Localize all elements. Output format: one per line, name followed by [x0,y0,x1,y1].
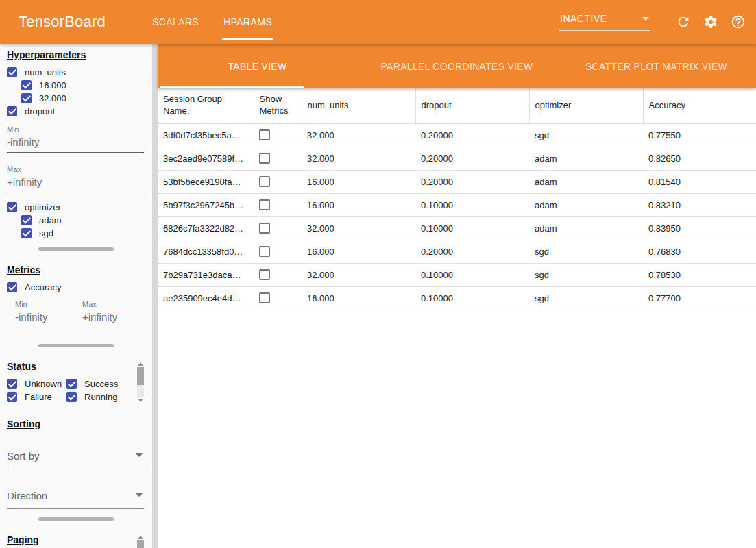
dropout-checkbox[interactable] [7,106,17,116]
hyperparameters-panel: Hyperparameters num_units 16.000 32.000 … [0,44,152,239]
tab-scalars[interactable]: SCALARS [140,0,211,44]
show-metrics-checkbox[interactable] [259,246,270,257]
col-header-dropout[interactable]: dropout [415,88,529,123]
session-group-name: 3df0d7cf35bec5a… [158,123,254,147]
hparam-dropout-row[interactable]: dropout [7,105,144,117]
session-group-name: 53bf5bece9190fa… [158,170,254,193]
settings-button[interactable] [703,14,719,30]
tab-hparams[interactable]: HPARAMS [211,0,284,44]
scrollbar-track[interactable] [137,540,144,548]
scrollbar-thumb[interactable] [137,540,144,548]
dropout-max-label: Max [7,165,144,173]
status-unknown-row[interactable]: Unknown [7,377,66,390]
hparam-num-units-row[interactable]: num_units [7,66,144,78]
table-row[interactable]: 53bf5bece9190fa… 16.000 0.20000 adam 0.8… [158,170,756,193]
tab-parallel-coordinates-view[interactable]: PARALLEL COORDINATES VIEW [357,44,557,88]
data-status-dropdown[interactable]: INACTIVE [559,13,650,31]
scrollbar-track[interactable] [137,367,144,397]
accuracy-max-input[interactable] [82,308,134,327]
status-scrollbar[interactable] [137,361,144,403]
show-metrics-checkbox[interactable] [259,176,270,187]
optimizer-value-row[interactable]: adam [21,214,144,226]
show-metrics-checkbox[interactable] [259,292,270,303]
section-resize-handle[interactable] [38,517,114,521]
num-units-value: 16.000 [302,286,415,310]
accuracy-value: 0.77550 [643,123,756,147]
optimizer-value: adam [529,193,643,216]
table-header-row: Session Group Name. Show Metrics num_uni… [158,88,756,123]
optimizer-value-row[interactable]: sgd [21,227,144,239]
section-resize-handle[interactable] [38,344,114,347]
optimizer-value: adam [529,216,643,240]
hparam-optimizer-row[interactable]: optimizer [7,201,144,213]
scrollbar-thumb[interactable] [137,367,144,385]
show-metrics-checkbox[interactable] [259,223,270,234]
status-running-row[interactable]: Running [66,390,134,403]
optimizer-sgd-checkbox[interactable] [21,228,32,238]
status-running-label: Running [84,392,117,402]
optimizer-sgd-label: sgd [39,228,53,238]
help-button[interactable] [730,14,746,30]
session-groups-table: Session Group Name. Show Metrics num_uni… [158,88,756,310]
col-header-num-units[interactable]: num_units [302,88,415,123]
accuracy-value: 0.76830 [643,240,756,263]
table-row[interactable]: 3df0d7cf35bec5a… 32.000 0.20000 sgd 0.77… [158,123,756,147]
status-success-checkbox[interactable] [66,379,77,389]
dropout-min-input[interactable] [7,134,144,153]
num-units-32-checkbox[interactable] [21,93,32,103]
hparams-main-view: TABLE VIEW PARALLEL COORDINATES VIEW SCA… [158,44,756,548]
num-units-value-row[interactable]: 32.000 [21,92,144,104]
scroll-up-arrow-icon[interactable] [137,534,144,540]
status-success-row[interactable]: Success [66,377,134,390]
paging-scrollbar[interactable] [137,534,144,548]
num-units-16-checkbox[interactable] [21,80,32,90]
show-metrics-checkbox[interactable] [259,269,270,280]
dropdown-arrow-icon [642,17,649,21]
dropout-max-input[interactable] [7,173,144,192]
hyperparameters-title: Hyperparameters [7,49,144,60]
scroll-up-arrow-icon[interactable] [137,361,144,367]
metric-accuracy-row[interactable]: Accuracy [7,281,144,293]
optimizer-checkbox[interactable] [7,202,17,212]
col-header-session-group-name[interactable]: Session Group Name. [158,88,254,123]
table-row[interactable]: 6826c7fa3322d82… 32.000 0.10000 adam 0.8… [158,216,756,240]
show-metrics-checkbox[interactable] [259,199,270,210]
table-row[interactable]: 7684dcc13358fd0… 16.000 0.20000 sgd 0.76… [158,240,756,263]
optimizer-value: adam [529,147,643,170]
refresh-button[interactable] [675,14,692,30]
table-row[interactable]: 5b97f3c2967245b… 16.000 0.10000 adam 0.8… [158,193,756,216]
table-row[interactable]: 7b29a731e3daca… 32.000 0.10000 sgd 0.785… [158,263,756,286]
accuracy-min-input[interactable] [15,308,67,327]
status-failure-checkbox[interactable] [7,392,17,402]
accuracy-max-label: Max [82,300,134,308]
status-success-label: Success [84,379,118,389]
status-options: Unknown Success Failure Running [7,377,134,403]
table-row[interactable]: 3ec2aed9e07589f… 32.000 0.20000 adam 0.8… [158,147,756,170]
status-unknown-label: Unknown [25,379,62,389]
optimizer-adam-label: adam [39,215,62,225]
col-header-optimizer[interactable]: optimizer [529,88,643,123]
tab-scatter-plot-matrix-view[interactable]: SCATTER PLOT MATRIX VIEW [557,44,756,88]
col-header-show-metrics[interactable]: Show Metrics [254,88,302,123]
status-running-checkbox[interactable] [66,392,77,402]
optimizer-value: sgd [529,286,643,310]
section-resize-handle[interactable] [38,247,114,251]
col-header-accuracy[interactable]: Accuracy [643,88,756,123]
session-group-name: 3ec2aed9e07589f… [158,147,254,170]
show-metrics-checkbox[interactable] [259,153,270,164]
show-metrics-checkbox[interactable] [259,129,270,140]
scroll-down-arrow-icon[interactable] [137,397,144,403]
direction-dropdown[interactable]: Direction [7,488,144,509]
sort-by-dropdown[interactable]: Sort by [7,449,144,469]
num-units-value-row[interactable]: 16.000 [21,79,144,91]
top-toolbar: TensorBoard SCALARS HPARAMS INACTIVE [0,0,756,44]
optimizer-adam-checkbox[interactable] [21,215,32,225]
num-units-checkbox[interactable] [7,67,17,77]
tab-table-view[interactable]: TABLE VIEW [158,44,357,88]
num-units-value: 32.000 [302,123,415,147]
status-failure-row[interactable]: Failure [7,390,66,403]
optimizer-value: sgd [529,123,643,147]
table-row[interactable]: ae235909ec4e4d… 16.000 0.10000 sgd 0.777… [158,286,756,310]
status-unknown-checkbox[interactable] [7,379,17,389]
accuracy-checkbox[interactable] [7,282,17,292]
